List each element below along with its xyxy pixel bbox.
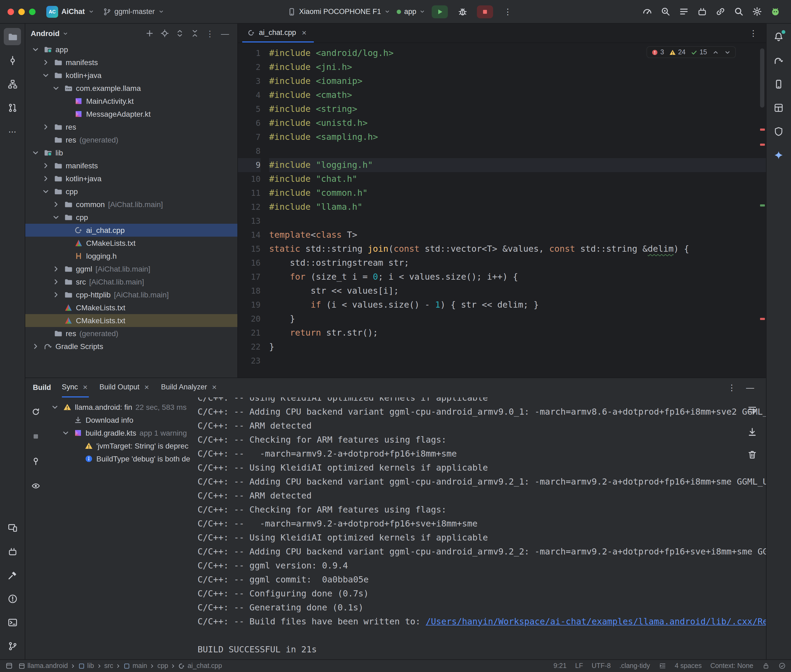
code-line[interactable]: static std::string join(const std::vecto… — [269, 242, 766, 256]
project-item-cmakelists-txt[interactable]: CMakeLists.txt — [25, 314, 237, 327]
breadcrumb-ai-chat-cpp[interactable]: ai_chat.cpp — [178, 662, 222, 670]
build-tab-build-output[interactable]: Build Output× — [99, 378, 151, 397]
warning-summary[interactable]: 24 — [669, 48, 685, 56]
project-item-lib[interactable]: lib — [25, 146, 237, 159]
add-button[interactable] — [143, 26, 157, 40]
gutter-line[interactable]: 22 — [238, 340, 260, 354]
code-line[interactable]: template<class T> — [269, 228, 766, 242]
close-icon[interactable]: × — [211, 384, 218, 390]
scroll-to-end-button[interactable] — [744, 424, 761, 440]
assistant-tool-button[interactable] — [770, 146, 787, 163]
build-tree[interactable]: llama.android: fin22 sec, 583 msDownload… — [46, 397, 192, 659]
error-stripe-mark[interactable] — [760, 128, 765, 131]
resource-context[interactable]: Context: None — [710, 662, 753, 670]
project-item-com-example-llama[interactable]: com.example.llama — [25, 82, 237, 94]
code-line[interactable]: if (i < values.size() - 1) { str << deli… — [269, 298, 766, 312]
minimize-window-button[interactable] — [18, 8, 25, 15]
project-item-logging-h[interactable]: logging.h — [25, 250, 237, 262]
device-selector[interactable]: Xiaomi POCOPHONE F1 — [287, 7, 390, 16]
gutter-line[interactable]: 23 — [238, 354, 260, 368]
settings-button[interactable] — [749, 3, 765, 20]
branch-selector[interactable]: ggml-master — [103, 7, 164, 16]
chevron-down-icon[interactable] — [61, 428, 71, 437]
search-everywhere-button[interactable] — [731, 3, 747, 20]
code-line[interactable] — [269, 144, 766, 158]
next-problem-icon[interactable] — [724, 49, 731, 56]
breadcrumb-cpp[interactable]: cpp — [157, 662, 168, 670]
project-item-ai-chat-cpp[interactable]: ai_chat.cpp — [25, 224, 237, 237]
chevron-right-icon[interactable] — [41, 174, 51, 183]
project-item-gradle-scripts[interactable]: Gradle Scripts — [25, 340, 237, 353]
chevron-down-icon[interactable] — [41, 187, 51, 196]
chevron-down-icon[interactable] — [30, 149, 40, 157]
gutter-line[interactable]: 2 — [238, 60, 260, 74]
project-item-res[interactable]: res — [25, 120, 237, 133]
build-tool-button[interactable] — [4, 566, 21, 584]
chevron-down-icon[interactable] — [30, 45, 40, 54]
file-encoding[interactable]: UTF-8 — [592, 662, 611, 670]
gutter-line[interactable]: 7 — [238, 130, 260, 144]
problems-tool-button[interactable] — [4, 590, 21, 608]
file-lock[interactable] — [762, 662, 770, 670]
gutter-line[interactable]: 13 — [238, 214, 260, 228]
chevron-down-icon[interactable] — [41, 71, 51, 80]
terminal-tool-button[interactable] — [4, 614, 21, 631]
project-item-cmakelists-txt[interactable]: CMakeLists.txt — [25, 237, 237, 250]
zoom-window-button[interactable] — [29, 8, 35, 15]
code-line[interactable]: #include <jni.h> — [269, 60, 766, 74]
error-stripe-mark[interactable] — [760, 318, 765, 320]
code-line[interactable]: } — [269, 312, 766, 326]
expand-all-button[interactable] — [173, 26, 187, 40]
gradle-tool-button[interactable] — [770, 52, 787, 69]
project-item-manifests[interactable]: manifests — [25, 56, 237, 69]
build-tab-build-analyzer[interactable]: Build Analyzer× — [161, 378, 218, 397]
project-item-ggml[interactable]: ggml[AiChat.lib.main] — [25, 262, 237, 275]
code-line[interactable]: #include "chat.h" — [269, 172, 766, 186]
running-devices-tool-button[interactable] — [4, 519, 21, 536]
chevron-right-icon[interactable] — [51, 290, 61, 299]
chevron-right-icon[interactable] — [51, 200, 61, 209]
close-tab-icon[interactable]: × — [300, 28, 308, 37]
pair-device-button[interactable] — [712, 3, 728, 20]
build-options-button[interactable]: ⋮ — [724, 379, 740, 395]
breadcrumb-lib[interactable]: lib — [78, 662, 94, 670]
build-console[interactable]: C/C++: -- Using KleidiAI optimized kerne… — [192, 397, 766, 656]
gutter-line[interactable]: 3 — [238, 74, 260, 88]
project-item-kotlin-java[interactable]: kotlin+java — [25, 69, 237, 82]
breadcrumb-llama-android[interactable]: llama.android — [18, 662, 68, 670]
code-line[interactable]: for (size_t i = 0; i < values.size(); i+… — [269, 270, 766, 284]
code-line[interactable]: #include <cmath> — [269, 88, 766, 102]
gutter-line[interactable]: 14 — [238, 228, 260, 242]
chevron-right-icon[interactable] — [41, 123, 51, 131]
chevron-down-icon[interactable] — [51, 213, 61, 222]
project-item-cpp-httplib[interactable]: cpp-httplib[AiChat.lib.main] — [25, 288, 237, 301]
stop-button[interactable] — [477, 5, 493, 18]
build-item-buildtype-debug-is-both-de[interactable]: BuildType 'debug' is both de — [46, 452, 192, 465]
code-line[interactable]: #include <iomanip> — [269, 74, 766, 88]
code-line[interactable] — [269, 214, 766, 228]
gutter-line[interactable]: 1 — [238, 46, 260, 60]
code-line[interactable]: #include "common.h" — [269, 186, 766, 200]
indent-widget[interactable] — [659, 662, 666, 670]
rerun-build-button[interactable] — [27, 404, 43, 420]
code-line[interactable]: #include "llama.h" — [269, 200, 766, 214]
gutter-line[interactable]: 17 — [238, 270, 260, 284]
more-tool-windows-button[interactable]: ⋯ — [4, 123, 21, 140]
run-config-selector[interactable]: app — [397, 8, 425, 16]
passed-summary[interactable]: 15 — [690, 48, 707, 56]
chevron-right-icon[interactable] — [41, 162, 51, 170]
tool-window-quick-access-icon[interactable] — [5, 662, 13, 670]
close-icon[interactable]: × — [143, 384, 150, 390]
profiler-button[interactable] — [639, 3, 655, 20]
app-insights-tool-button[interactable] — [770, 123, 787, 140]
inspections-widget[interactable]: 3 24 15 — [646, 46, 736, 58]
gutter-line[interactable]: 9 — [238, 158, 260, 172]
project-view-selector[interactable]: Android — [30, 29, 68, 38]
project-tool-button[interactable] — [4, 28, 21, 45]
project-item-kotlin-java[interactable]: kotlin+java — [25, 172, 237, 185]
build-item-download-info[interactable]: Download info — [46, 413, 192, 426]
project-item-manifests[interactable]: manifests — [25, 159, 237, 172]
inspections-status[interactable] — [778, 662, 786, 670]
notifications-button[interactable] — [770, 28, 787, 45]
indent-size[interactable]: 4 spaces — [675, 662, 702, 670]
